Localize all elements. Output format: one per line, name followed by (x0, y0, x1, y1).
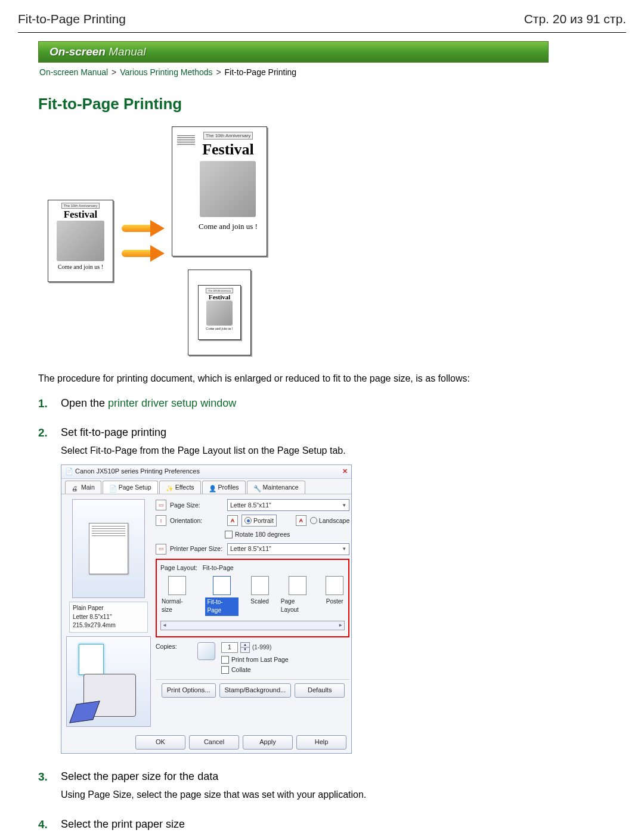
print-from-last-label: Print from Last Page (231, 655, 289, 664)
poster-icon (326, 576, 343, 595)
printer-paper-size-select[interactable]: Letter 8.5"x11"▼ (227, 543, 349, 555)
printing-preferences-dialog: 📄 Canon JX510P series Printing Preferenc… (61, 465, 352, 754)
close-icon[interactable]: ✕ (342, 467, 348, 476)
layout-poster-label: Poster (326, 597, 343, 606)
page-title: Fit-to-Page Printing (38, 95, 549, 113)
profiles-tab-icon: 👤 (209, 484, 216, 491)
portrait-radio[interactable]: Portrait (242, 515, 277, 527)
tab-main-label: Main (81, 483, 95, 492)
breadcrumb: On-screen Manual > Various Printing Meth… (38, 65, 549, 84)
printer-illustration (66, 636, 151, 727)
page-setup-tab-icon: 📄 (109, 484, 116, 491)
arrow-reduce-icon (122, 246, 163, 261)
defaults-button[interactable]: Defaults (295, 683, 345, 698)
fit-to-page-illustration: The 10th Anniversary Festival Come and j… (48, 126, 549, 355)
copies-input[interactable]: 1 (221, 642, 238, 653)
layout-page-layout[interactable]: Page Layout (281, 576, 314, 616)
tab-effects[interactable]: ✨Effects (159, 481, 201, 494)
landscape-radio[interactable]: Landscape (310, 516, 349, 525)
arrow-enlarge-icon (122, 221, 163, 236)
page-layout-icon (289, 576, 306, 595)
print-from-last-checkbox[interactable]: Print from Last Page (221, 655, 289, 664)
layout-scrollbar[interactable]: ◄► (160, 621, 345, 630)
preview-info: Plain Paper Letter 8.5"x11" 215.9x279.4m… (69, 602, 148, 633)
doc-title: Fit-to-Page Printing (18, 12, 126, 26)
collate-checkbox[interactable]: Collate (221, 665, 289, 674)
page-layout-value: Fit-to-Page (203, 564, 234, 571)
poster-join: Come and join us ! (206, 327, 233, 330)
page-layout-label: Page Layout: (160, 564, 197, 571)
step3-head: Select the paper size for the data (61, 770, 549, 783)
poster-anniv: The 10th Anniversary (61, 203, 100, 209)
page-size-select[interactable]: Letter 8.5"x11"▼ (227, 499, 349, 511)
step3-body: Using Page Size, select the page size th… (61, 788, 549, 801)
poster-festival: Festival (202, 141, 254, 159)
preview-dims: Letter 8.5"x11" 215.9x279.4mm (73, 613, 144, 630)
layout-poster[interactable]: Poster (326, 576, 343, 616)
ok-button[interactable]: OK (135, 735, 185, 750)
layout-scaled[interactable]: Scaled (250, 576, 269, 616)
banner-light: Manual (106, 45, 146, 58)
settings-preview: Plain Paper Letter 8.5"x11" 215.9x279.4m… (66, 499, 151, 727)
rotate-180-checkbox[interactable]: Rotate 180 degrees (225, 530, 290, 539)
landscape-a-icon: A (296, 515, 306, 526)
normal-size-icon (168, 576, 186, 595)
landscape-label: Landscape (319, 516, 349, 525)
help-button[interactable]: Help (296, 735, 346, 750)
orientation-label: Orientation: (170, 516, 224, 525)
copies-icon (197, 642, 215, 660)
step-1: Open the printer driver setup window (55, 397, 549, 410)
preview-media: Plain Paper (73, 604, 144, 613)
copies-label: Copies: (156, 642, 191, 651)
collate-label: Collate (231, 665, 251, 674)
layout-normal-size[interactable]: Normal-size (162, 576, 193, 616)
poster-join: Come and join us ! (199, 222, 258, 231)
text-lines-icon (177, 135, 195, 146)
page-layout-highlight: Page Layout: Fit-to-Page Normal-size Fit… (156, 559, 349, 637)
printer-driver-link[interactable]: printer driver setup window (108, 397, 236, 409)
fit-to-page-icon (213, 576, 231, 595)
main-tab-icon: 🖨 (72, 484, 79, 491)
tab-main[interactable]: 🖨Main (65, 481, 101, 494)
breadcrumb-link-manual[interactable]: On-screen Manual (39, 67, 108, 77)
apply-button[interactable]: Apply (243, 735, 293, 750)
poster-anniv: The 10th Anniversary (206, 288, 233, 293)
step2-head: Set fit-to-page printing (61, 426, 549, 439)
page-size-value: Letter 8.5"x11" (230, 501, 271, 510)
tab-maintenance[interactable]: 🔧Maintenance (247, 481, 305, 494)
step4-head: Select the print paper size (61, 818, 549, 831)
copies-range: (1-999) (252, 643, 271, 652)
stamp-background-button[interactable]: Stamp/Background... (219, 683, 292, 698)
preview-paper (72, 499, 145, 598)
layout-fit-to-page[interactable]: Fit-to-Page (205, 576, 239, 616)
output-paper-icon (69, 701, 100, 723)
tab-profiles-label: Profiles (218, 483, 239, 492)
cancel-button[interactable]: Cancel (189, 735, 239, 750)
poster-festival: Festival (209, 293, 231, 301)
step-3: Select the paper size for the data Using… (55, 770, 549, 801)
layout-pl-label: Page Layout (281, 597, 314, 615)
tab-page-setup[interactable]: 📄Page Setup (103, 481, 158, 494)
portrait-a-icon: A (227, 515, 238, 526)
print-options-button[interactable]: Print Options... (162, 683, 216, 698)
document-header: Fit-to-Page Printing Стр. 20 из 91 стр. (18, 11, 626, 33)
page-size-icon: ▭ (156, 500, 166, 510)
chevron-down-icon: ▼ (342, 546, 346, 553)
tray-icon (79, 644, 104, 675)
poster-dog-icon (57, 221, 104, 261)
preview-doc-icon (89, 523, 128, 574)
poster-dog-icon (200, 161, 256, 217)
breadcrumb-link-methods[interactable]: Various Printing Methods (120, 67, 212, 77)
printer-paper-size-icon: ▭ (156, 544, 166, 555)
dialog-tabs: 🖨Main 📄Page Setup ✨Effects 👤Profiles 🔧Ma… (61, 479, 351, 494)
poster-enlarged: The 10th Anniversary Festival Come and j… (172, 126, 267, 256)
step-2: Set fit-to-page printing Select Fit-to-P… (55, 426, 549, 754)
orientation-icon: ↕ (156, 515, 166, 526)
dialog-titlebar: 📄 Canon JX510P series Printing Preferenc… (61, 465, 351, 479)
copies-spinner[interactable]: ▲▼ (240, 642, 250, 653)
tab-profiles[interactable]: 👤Profiles (202, 481, 246, 494)
poster-original: The 10th Anniversary Festival Come and j… (48, 200, 113, 282)
tab-maintenance-label: Maintenance (263, 483, 299, 492)
intro-text: The procedure for printing document, whi… (38, 373, 549, 384)
poster-dog-icon (206, 301, 233, 326)
